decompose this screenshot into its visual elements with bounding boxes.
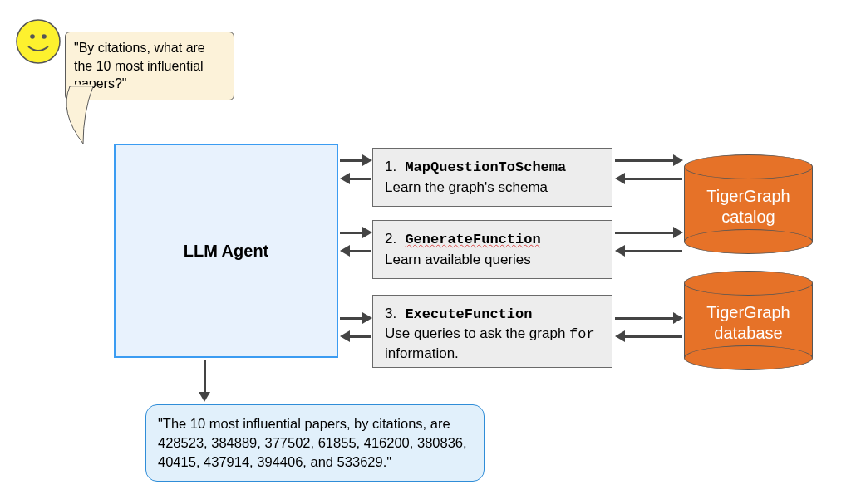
- arrow-agent-to-tool3: [340, 317, 363, 320]
- arrow-tool1-to-catalog: [615, 159, 674, 162]
- arrow-database-to-tool3: [624, 335, 682, 338]
- svg-point-2: [42, 34, 47, 39]
- tool-generate-function: 2. GenerateFunction Learn available quer…: [372, 220, 612, 279]
- tool-map-question: 1. MapQuestionToSchema Learn the graph's…: [372, 148, 612, 207]
- arrow-agent-to-tool1: [340, 159, 363, 162]
- arrow-tool2-to-agent: [349, 250, 371, 252]
- arrow-tool3-to-agent: [349, 335, 371, 338]
- llm-agent-box: LLM Agent: [114, 144, 338, 358]
- smiley-icon: [15, 18, 61, 65]
- output-bubble: "The 10 most influential papers, by cita…: [145, 404, 485, 482]
- arrow-tool1-to-agent: [349, 178, 371, 180]
- output-text: "The 10 most influential papers, by cita…: [158, 416, 467, 469]
- svg-point-1: [30, 34, 35, 39]
- arrow-agent-to-output: [204, 360, 206, 393]
- arrow-tool3-to-database: [615, 317, 674, 320]
- tigergraph-catalog-db: TigerGraph catalog: [684, 154, 813, 254]
- agent-label: LLM Agent: [184, 242, 269, 261]
- svg-point-0: [17, 20, 60, 63]
- arrow-tool2-to-catalog: [615, 232, 674, 234]
- arrow-catalog-to-tool2: [624, 250, 682, 252]
- tool-execute-function: 3. ExecuteFunction Use queries to ask th…: [372, 295, 612, 368]
- speech-bubble-tail: [53, 71, 95, 147]
- tigergraph-database-db: TigerGraph database: [684, 271, 813, 370]
- arrow-agent-to-tool2: [340, 232, 363, 234]
- arrow-catalog-to-tool1: [624, 178, 682, 180]
